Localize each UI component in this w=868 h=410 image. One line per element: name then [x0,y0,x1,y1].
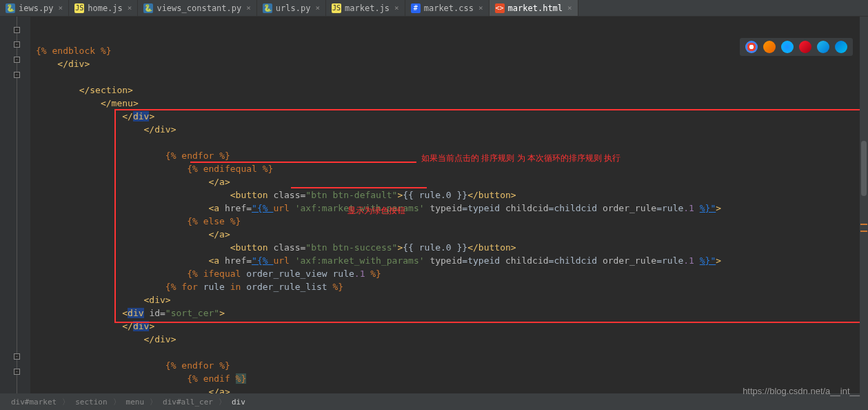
scrollbar[interactable] [860,17,868,393]
py-file-icon: 🐍 [263,3,272,13]
tab-label: market.css [424,3,474,13]
tab-urls-py[interactable]: 🐍urls.py× [257,0,326,16]
fold-marker[interactable]: - [14,27,20,33]
code-line[interactable]: </div> [36,57,868,70]
close-icon[interactable]: × [59,3,63,12]
close-icon[interactable]: × [128,3,132,12]
code-line[interactable]: {% ifequal order_rule_view rule.1 %} [36,267,868,280]
editor-tabs: 🐍iews.py×JShome.js×🐍views_constant.py×🐍u… [0,0,868,17]
fold-marker[interactable]: - [14,369,20,375]
tab-label: market.html [508,3,563,13]
tab-views_constant-py[interactable]: 🐍views_constant.py× [138,0,256,16]
safari-icon[interactable] [781,41,794,53]
annotation-text-1: 如果当前点击的 排序规则 为 本次循环的排序规则 执行 [421,152,620,165]
code-line[interactable]: </menu> [36,97,868,110]
chevron-right-icon: 〉 [216,397,229,407]
tab-market-js[interactable]: JSmarket.js× [326,0,405,16]
code-line[interactable]: <button class="btn btn-success">{{ rule.… [36,241,868,254]
chevron-right-icon: 〉 [110,397,123,407]
chevron-right-icon: 〉 [59,397,72,407]
code-line[interactable]: {% else %} [36,215,868,228]
tab-home-js[interactable]: JShome.js× [69,0,138,16]
code-line[interactable]: </a> [36,228,868,241]
py-file-icon: 🐍 [143,3,153,13]
code-content[interactable]: {% endblock %} </div> </section> </menu>… [30,17,868,393]
breadcrumb-segment[interactable]: div [229,398,248,407]
code-line[interactable]: <button class="btn btn-default">{{ rule.… [36,188,868,202]
fold-marker[interactable]: - [14,353,20,360]
code-line[interactable] [36,70,868,84]
code-line[interactable]: {% endfor %} [36,359,868,372]
breadcrumb-segment[interactable]: div#all_cer [160,398,216,407]
close-icon[interactable]: × [478,3,483,12]
breadcrumb[interactable]: div#market〉section〉menu〉div#all_cer〉div [0,393,868,410]
code-line[interactable]: <div> [36,293,868,306]
tab-label: iews.py [19,3,54,13]
code-line[interactable]: </div> [36,123,868,136]
annotation-text-2: 显示为绿色按钮 [347,204,405,217]
fold-marker[interactable]: - [14,57,20,63]
editor-area: ------ {% endblock %} </div> </section> … [0,17,868,393]
fold-marker[interactable]: - [14,72,20,78]
breadcrumb-segment[interactable]: section [72,398,110,407]
chevron-right-icon: 〉 [147,397,160,407]
close-icon[interactable]: × [246,3,251,12]
js-file-icon: JS [74,3,84,13]
breadcrumb-segment[interactable]: menu [123,398,148,407]
ie-icon[interactable] [817,41,829,53]
tab-label: market.js [345,3,390,13]
js-file-icon: JS [332,3,341,13]
gutter: ------ [0,17,30,393]
fold-marker[interactable]: - [14,41,20,48]
py-file-icon: 🐍 [6,3,15,13]
code-line[interactable]: <a href="{% url 'axf:market_with_params'… [36,202,868,215]
tab-label: urls.py [276,3,311,13]
code-line[interactable]: </div> [36,333,868,346]
code-line[interactable] [36,346,868,359]
chrome-icon[interactable] [745,41,758,53]
code-line[interactable]: </div> [36,110,868,123]
watermark: https://blog.csdn.net/a__int__ [743,386,860,396]
firefox-icon[interactable] [763,41,776,53]
tab-market-css[interactable]: #market.css× [405,0,489,16]
close-icon[interactable]: × [394,3,399,12]
code-line[interactable]: {% for rule in order_rule_list %} [36,280,868,293]
code-line[interactable]: </section> [36,84,868,97]
tab-market-html[interactable]: <>market.html× [489,0,578,16]
edge-icon[interactable] [835,41,847,53]
code-line[interactable]: <div id="sort_cer"> [36,306,868,320]
html-file-icon: <> [495,3,505,13]
tab-iews-py[interactable]: 🐍iews.py× [0,0,69,16]
code-line[interactable]: </a> [36,175,868,188]
tab-label: home.js [88,3,123,13]
browser-icons-toolbar [740,38,853,56]
tab-label: views_constant.py [157,3,241,13]
css-file-icon: # [411,3,421,13]
close-icon[interactable]: × [315,3,320,12]
breadcrumb-segment[interactable]: div#market [8,398,59,407]
code-line[interactable]: </div> [36,320,868,333]
close-icon[interactable]: × [567,3,572,12]
opera-icon[interactable] [799,41,811,53]
code-line[interactable]: <a href="{% url 'axf:market_with_params'… [36,254,868,267]
code-line[interactable]: {% endif %} [36,372,868,385]
code-line[interactable] [36,136,868,149]
